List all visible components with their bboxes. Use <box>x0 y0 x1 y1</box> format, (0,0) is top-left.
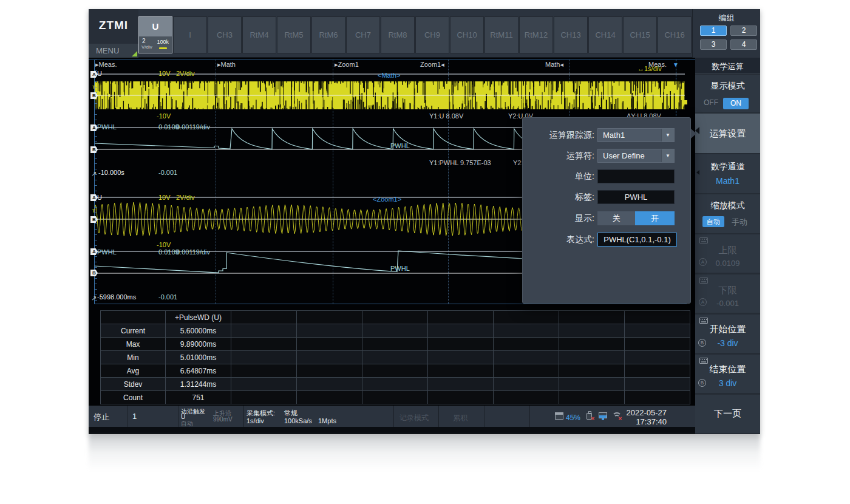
divider <box>484 406 484 427</box>
manual-option[interactable]: 手动 <box>732 218 747 226</box>
dialog-pointer <box>691 129 696 138</box>
track1-math-tag: <Math> <box>378 72 400 79</box>
sidebar-title: 数学运算 <box>695 58 760 74</box>
tab-channel-rtm6[interactable]: RtM6 <box>311 16 345 53</box>
acq-rate: 100kSa/s <box>284 417 312 424</box>
group-button-1[interactable]: 1 <box>700 26 727 36</box>
pan-arrow-icon[interactable]: ↗ <box>91 295 97 302</box>
acq-mode: 常规 <box>284 409 298 418</box>
sidebar-item-display-mode[interactable]: 显示模式 OFF ON <box>695 75 760 112</box>
menu-button[interactable]: MENU <box>89 44 138 58</box>
track1-cursor-y1: Y1:U 8.08V <box>429 112 463 120</box>
tab-channel-rtm4[interactable]: RtM4 <box>242 16 276 53</box>
group-title: 编组 <box>693 13 760 24</box>
display-on-button[interactable]: 开 <box>635 211 675 225</box>
group-button-3[interactable]: 3 <box>700 39 727 50</box>
math-settings-dialog: 运算跟踪源: Math1 ▼ 运算符: User Define ▼ 单位: 标签… <box>522 117 691 304</box>
record-mode-label: 记录模式 <box>399 413 429 423</box>
channel-scale-unit: V/div <box>141 44 152 50</box>
flag-left-icon: ◂ <box>441 61 444 68</box>
trigger-mode: 自动 <box>181 420 193 428</box>
off-option[interactable]: OFF <box>704 99 718 107</box>
tab-channel-ch16[interactable]: CH16 <box>658 16 692 53</box>
usb-disconnected-icon: ✕ <box>591 416 595 421</box>
keyboard-icon <box>699 237 708 243</box>
tab-channel-ch13[interactable]: CH13 <box>554 16 588 53</box>
trigger-marker[interactable]: T <box>92 84 95 90</box>
table-row-label: Current <box>101 324 166 338</box>
tab-channel-rtm11[interactable]: RtM11 <box>484 16 518 53</box>
expression-label: 表达式: <box>523 233 594 247</box>
keyboard-icon <box>699 358 708 364</box>
sidebar-item-calc-settings[interactable]: 运算设置 <box>695 114 760 153</box>
channel-scale-value: 2 <box>142 38 146 44</box>
channel-label: U <box>139 21 172 32</box>
track4-trace-label: PWHL <box>390 265 410 272</box>
expression-input[interactable]: PWHL(C1,0.1,-0.1) <box>597 233 677 247</box>
status-date: 2022-05-27 <box>608 408 667 417</box>
operator-select[interactable]: User Define ▼ <box>597 149 675 163</box>
sidebar-item-scale-mode[interactable]: 缩放模式 自动 手动 <box>695 194 760 233</box>
auto-option[interactable]: 自动 <box>702 216 724 227</box>
tab-channel-rtm12[interactable]: RtM12 <box>519 16 553 53</box>
acq-timebase: 1s/div <box>246 417 264 424</box>
track2-bottom-value: -0.001 <box>158 169 177 176</box>
tab-channel-ch10[interactable]: CH10 <box>450 16 484 53</box>
sidebar-item-next-page[interactable]: 下一页 <box>695 395 760 433</box>
source-select[interactable]: Math1 ▼ <box>597 128 675 142</box>
acq-label: 采集模式: <box>246 409 275 418</box>
track1-top-value: 10V <box>158 70 171 77</box>
knob-a-icon: A <box>699 258 707 266</box>
tab-channel-ch14[interactable]: CH14 <box>588 16 622 53</box>
display-off-button[interactable]: 关 <box>597 211 635 225</box>
tab-channel-u[interactable]: U 2 V/div 100k <box>138 16 172 53</box>
tag-input[interactable]: PWHL <box>597 190 675 204</box>
sidebar-item-upper-limit[interactable]: 上限 0.0109 A <box>695 234 760 273</box>
brand-logo: ZTMI <box>89 19 138 32</box>
pan-arrow-icon[interactable]: ↗ <box>91 170 97 178</box>
track2-trace-label: PWHL <box>390 142 410 149</box>
table-row: Count 751 <box>101 391 690 404</box>
timebase-arrows-icon: ↔ <box>638 65 644 72</box>
tab-channel-ch9[interactable]: CH9 <box>415 16 449 53</box>
track2-scale: 0.00119/div <box>176 123 210 131</box>
group-button-2[interactable]: 2 <box>730 26 757 36</box>
track3-bottom-value: -10V <box>157 241 171 248</box>
flag-left-icon: ◂ <box>560 61 563 68</box>
run-state: 停止 <box>93 412 109 423</box>
tab-channel-rtm5[interactable]: RtM5 <box>277 16 311 53</box>
sidebar-item-start-position[interactable]: 开始位置 -3 div B <box>695 315 760 353</box>
table-row-label: Avg <box>101 364 166 378</box>
storage-percent: 45% <box>566 414 580 422</box>
group-button-4[interactable]: 4 <box>730 39 757 50</box>
table-cell-value: 5.60000ms <box>166 324 231 338</box>
source-label: 运算跟踪源: <box>523 128 594 142</box>
tab-channel-ch3[interactable]: CH3 <box>208 16 242 53</box>
track1-scale: 2V/div <box>176 70 195 77</box>
table-cell-value: 6.64807ms <box>166 364 231 378</box>
right-marker-arrow-icon[interactable]: ◂ <box>676 98 679 104</box>
acq-points: 1Mpts <box>318 417 336 424</box>
channel-color-dash <box>159 47 167 49</box>
table-row-label: Stdev <box>101 378 166 391</box>
group-panel: 编组 1 2 3 4 <box>692 9 760 58</box>
tab-channel-ch7[interactable]: CH7 <box>346 16 380 53</box>
unit-input[interactable] <box>597 169 675 183</box>
tab-channel-rtm8[interactable]: RtM8 <box>381 16 415 53</box>
on-option[interactable]: ON <box>723 98 749 109</box>
tab-channel-i[interactable]: I <box>173 16 207 53</box>
chevron-down-icon[interactable]: ▼ <box>661 149 674 162</box>
table-row: Current 5.60000ms <box>101 324 690 338</box>
tab-channel-ch15[interactable]: CH15 <box>623 16 657 53</box>
ruler-meas-left: ▸Meas. <box>95 61 117 68</box>
ruler-zoom-left: ▸Zoom1 <box>335 61 359 68</box>
display-label: 显示: <box>523 211 594 225</box>
chevron-down-icon[interactable]: ▼ <box>661 129 674 141</box>
trigger-marker[interactable]: T <box>92 208 95 214</box>
track3-scale: 2V/div <box>176 194 195 201</box>
sidebar-item-lower-limit[interactable]: 下限 -0.001 A <box>695 274 760 313</box>
right-marker-handle[interactable] <box>683 100 687 104</box>
trigger-number: 1 <box>132 412 137 421</box>
sidebar-item-math-channel[interactable]: 数学通道 Math1 <box>695 154 760 193</box>
sidebar-item-end-position[interactable]: 结束位置 3 div B <box>695 355 760 393</box>
